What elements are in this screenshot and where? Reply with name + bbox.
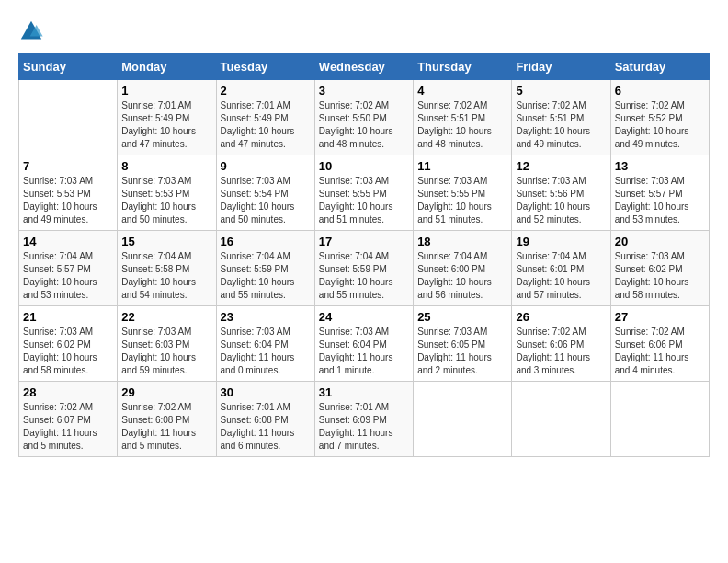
sunrise-label: Sunrise: 7:02 AM: [516, 327, 586, 337]
sunrise-label: Sunrise: 7:03 AM: [319, 176, 389, 186]
logo-icon: [18, 18, 44, 44]
day-info: Sunrise: 7:02 AM Sunset: 6:07 PM Dayligh…: [23, 401, 113, 453]
sunset-label: Sunset: 6:09 PM: [319, 415, 387, 425]
daylight-label: Daylight: 10 hours and 50 minutes.: [121, 201, 196, 224]
sunrise-label: Sunrise: 7:02 AM: [121, 402, 191, 412]
calendar-cell: 7 Sunrise: 7:03 AM Sunset: 5:53 PM Dayli…: [19, 155, 118, 231]
sunrise-label: Sunrise: 7:04 AM: [221, 251, 290, 261]
sunrise-label: Sunrise: 7:03 AM: [121, 327, 191, 337]
daylight-label: Daylight: 11 hours and 5 minutes.: [23, 428, 97, 451]
calendar-week-row: 28 Sunrise: 7:02 AM Sunset: 6:07 PM Dayl…: [19, 382, 710, 457]
day-number: 13: [615, 159, 705, 173]
day-info: Sunrise: 7:04 AM Sunset: 5:59 PM Dayligh…: [319, 250, 409, 302]
sunset-label: Sunset: 6:08 PM: [121, 415, 189, 425]
day-header-monday: Monday: [118, 54, 216, 80]
daylight-label: Daylight: 10 hours and 49 minutes.: [516, 126, 590, 149]
sunrise-label: Sunrise: 7:03 AM: [516, 176, 586, 186]
calendar-cell: 9 Sunrise: 7:03 AM Sunset: 5:54 PM Dayli…: [216, 155, 314, 231]
sunset-label: Sunset: 5:49 PM: [121, 113, 189, 123]
sunset-label: Sunset: 6:02 PM: [23, 339, 91, 350]
day-number: 22: [121, 310, 211, 324]
day-number: 9: [221, 159, 311, 173]
sunset-label: Sunset: 5:58 PM: [121, 264, 189, 274]
sunrise-label: Sunrise: 7:03 AM: [615, 176, 685, 186]
day-number: 28: [23, 385, 113, 399]
day-number: 27: [615, 310, 705, 324]
day-info: Sunrise: 7:02 AM Sunset: 5:51 PM Dayligh…: [516, 99, 606, 151]
calendar-cell: 26 Sunrise: 7:02 AM Sunset: 6:06 PM Dayl…: [512, 306, 610, 382]
day-info: Sunrise: 7:03 AM Sunset: 5:55 PM Dayligh…: [417, 175, 507, 226]
day-number: 16: [221, 235, 311, 248]
daylight-label: Daylight: 11 hours and 0 minutes.: [221, 352, 295, 375]
sunrise-label: Sunrise: 7:04 AM: [417, 251, 487, 261]
calendar-cell: 10 Sunrise: 7:03 AM Sunset: 5:55 PM Dayl…: [314, 155, 413, 231]
day-number: 26: [516, 310, 606, 324]
sunrise-label: Sunrise: 7:01 AM: [319, 402, 389, 412]
day-info: Sunrise: 7:02 AM Sunset: 5:52 PM Dayligh…: [615, 99, 705, 151]
calendar-cell: 19 Sunrise: 7:04 AM Sunset: 6:01 PM Dayl…: [512, 231, 610, 306]
daylight-label: Daylight: 10 hours and 58 minutes.: [615, 277, 689, 300]
sunrise-label: Sunrise: 7:04 AM: [319, 251, 389, 261]
calendar-cell: [512, 382, 610, 457]
daylight-label: Daylight: 10 hours and 48 minutes.: [417, 126, 492, 149]
day-number: 30: [221, 385, 311, 399]
daylight-label: Daylight: 10 hours and 55 minutes.: [319, 277, 393, 300]
daylight-label: Daylight: 11 hours and 1 minute.: [319, 352, 393, 375]
sunset-label: Sunset: 5:53 PM: [121, 189, 189, 199]
calendar-cell: 24 Sunrise: 7:03 AM Sunset: 6:04 PM Dayl…: [314, 306, 413, 382]
sunset-label: Sunset: 5:52 PM: [615, 113, 683, 123]
day-info: Sunrise: 7:03 AM Sunset: 6:02 PM Dayligh…: [23, 326, 113, 377]
daylight-label: Daylight: 10 hours and 51 minutes.: [417, 201, 492, 224]
daylight-label: Daylight: 10 hours and 53 minutes.: [23, 277, 97, 300]
day-number: 21: [23, 310, 113, 324]
calendar-table: SundayMondayTuesdayWednesdayThursdayFrid…: [18, 53, 710, 457]
calendar-cell: 27 Sunrise: 7:02 AM Sunset: 6:06 PM Dayl…: [610, 306, 709, 382]
day-info: Sunrise: 7:03 AM Sunset: 5:53 PM Dayligh…: [121, 175, 211, 226]
calendar-cell: 1 Sunrise: 7:01 AM Sunset: 5:49 PM Dayli…: [118, 80, 216, 155]
day-info: Sunrise: 7:02 AM Sunset: 5:51 PM Dayligh…: [417, 99, 507, 151]
daylight-label: Daylight: 10 hours and 49 minutes.: [615, 126, 689, 149]
day-info: Sunrise: 7:03 AM Sunset: 6:02 PM Dayligh…: [615, 250, 705, 302]
sunrise-label: Sunrise: 7:03 AM: [417, 327, 487, 337]
calendar-cell: 22 Sunrise: 7:03 AM Sunset: 6:03 PM Dayl…: [118, 306, 216, 382]
daylight-label: Daylight: 10 hours and 50 minutes.: [221, 201, 295, 224]
day-number: 12: [516, 159, 606, 173]
calendar-cell: 11 Sunrise: 7:03 AM Sunset: 5:55 PM Dayl…: [414, 155, 512, 231]
sunrise-label: Sunrise: 7:03 AM: [121, 176, 191, 186]
day-info: Sunrise: 7:03 AM Sunset: 6:04 PM Dayligh…: [221, 326, 311, 377]
sunset-label: Sunset: 6:04 PM: [221, 339, 289, 350]
day-info: Sunrise: 7:01 AM Sunset: 5:49 PM Dayligh…: [221, 99, 311, 151]
daylight-label: Daylight: 10 hours and 47 minutes.: [221, 126, 295, 149]
sunset-label: Sunset: 5:53 PM: [23, 189, 91, 199]
sunrise-label: Sunrise: 7:03 AM: [319, 327, 389, 337]
day-number: 10: [319, 159, 409, 173]
daylight-label: Daylight: 10 hours and 52 minutes.: [516, 201, 590, 224]
day-number: 6: [615, 84, 705, 98]
day-info: Sunrise: 7:03 AM Sunset: 5:54 PM Dayligh…: [221, 175, 311, 226]
sunrise-label: Sunrise: 7:01 AM: [121, 100, 191, 110]
calendar-cell: 6 Sunrise: 7:02 AM Sunset: 5:52 PM Dayli…: [610, 80, 709, 155]
daylight-label: Daylight: 11 hours and 7 minutes.: [319, 428, 393, 451]
day-header-saturday: Saturday: [610, 54, 709, 80]
sunset-label: Sunset: 6:02 PM: [615, 264, 683, 274]
calendar-cell: 29 Sunrise: 7:02 AM Sunset: 6:08 PM Dayl…: [118, 382, 216, 457]
daylight-label: Daylight: 11 hours and 6 minutes.: [221, 428, 295, 451]
sunset-label: Sunset: 6:01 PM: [516, 264, 584, 274]
day-number: 18: [417, 235, 507, 248]
calendar-cell: 13 Sunrise: 7:03 AM Sunset: 5:57 PM Dayl…: [610, 155, 709, 231]
calendar-cell: 25 Sunrise: 7:03 AM Sunset: 6:05 PM Dayl…: [414, 306, 512, 382]
daylight-label: Daylight: 10 hours and 49 minutes.: [23, 201, 97, 224]
daylight-label: Daylight: 10 hours and 58 minutes.: [23, 352, 97, 375]
day-info: Sunrise: 7:03 AM Sunset: 6:03 PM Dayligh…: [121, 326, 211, 377]
daylight-label: Daylight: 10 hours and 53 minutes.: [615, 201, 689, 224]
day-number: 15: [121, 235, 211, 248]
day-header-thursday: Thursday: [414, 54, 512, 80]
calendar-cell: 5 Sunrise: 7:02 AM Sunset: 5:51 PM Dayli…: [512, 80, 610, 155]
sunrise-label: Sunrise: 7:02 AM: [417, 100, 487, 110]
sunset-label: Sunset: 6:07 PM: [23, 415, 91, 425]
calendar-cell: 18 Sunrise: 7:04 AM Sunset: 6:00 PM Dayl…: [414, 231, 512, 306]
day-info: Sunrise: 7:04 AM Sunset: 6:01 PM Dayligh…: [516, 250, 606, 302]
sunset-label: Sunset: 6:06 PM: [516, 339, 584, 350]
day-number: 4: [417, 84, 507, 98]
daylight-label: Daylight: 10 hours and 54 minutes.: [121, 277, 196, 300]
